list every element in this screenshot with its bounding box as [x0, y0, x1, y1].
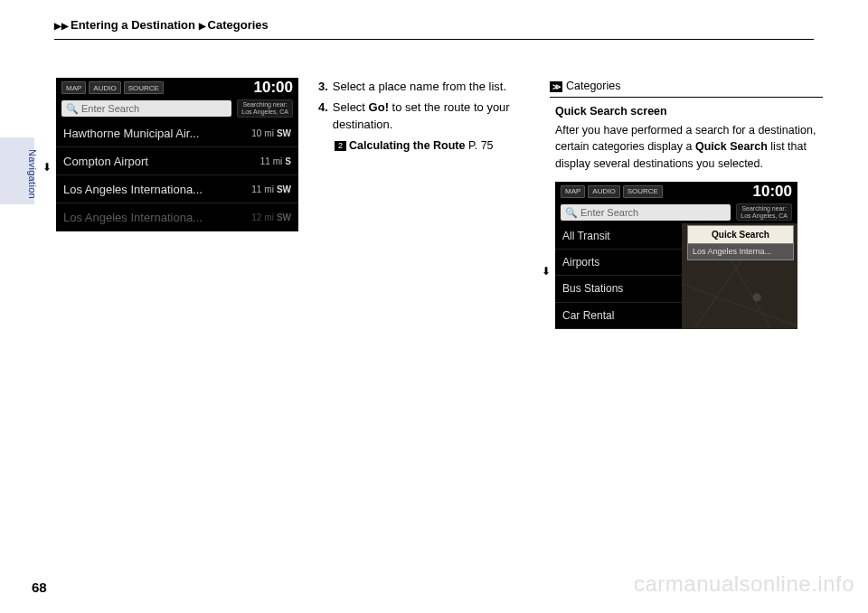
steps-column: 3. Select a place name from the list. 4.… [318, 78, 530, 329]
category-list: All Transit Airports Bus Stations Car Re… [555, 223, 682, 329]
down-arrow-icon: ⬇ [542, 263, 551, 279]
sidebar-text: After you have performed a search for a … [555, 122, 817, 173]
crumb1: Entering a Destination [71, 18, 195, 32]
result-row[interactable]: Compton Airport 11mi S [56, 147, 298, 175]
results-list: Hawthorne Municipal Air... 10mi SW Compt… [56, 119, 298, 231]
quick-search-item[interactable]: Los Angeles Interna... [688, 243, 793, 260]
search-icon: 🔍 [66, 103, 79, 115]
watermark: carmanualsonline.info [634, 571, 854, 597]
result-row[interactable]: Los Angeles Internationa... 11mi SW [56, 175, 298, 203]
search-placeholder: Enter Search [81, 103, 139, 114]
quick-search-popup: Quick Search Los Angeles Interna... [687, 225, 794, 261]
step-4: 4. Select Go! to set the route to your d… [318, 99, 530, 134]
search-input[interactable]: 🔍 Enter Search [561, 204, 731, 221]
step-3: 3. Select a place name from the list. [318, 78, 530, 96]
crumb2: Categories [208, 18, 269, 32]
near-box[interactable]: Searching near: Los Angeles, CA [736, 203, 792, 221]
screenshot-results: ⬇ MAP AUDIO SOURCE 10:00 🔍 Enter Search … [56, 78, 298, 231]
clock: 10:00 [753, 180, 792, 203]
search-placeholder: Enter Search [580, 205, 638, 221]
down-arrow-icon: ⬇ [42, 161, 52, 174]
clock: 10:00 [254, 79, 293, 97]
screenshot-quicksearch: ⬇ MAP AUDIO SOURCE 10:00 🔍 Enter Search … [555, 182, 797, 329]
result-row[interactable]: Los Angeles Internationa... 12mi SW [56, 203, 298, 231]
map-button[interactable]: MAP [561, 185, 585, 198]
side-tab-label: Navigation [27, 149, 38, 199]
cross-ref: 2Calculating the Route P. 75 [335, 137, 530, 155]
near-box[interactable]: Searching near: Los Angeles, CA [237, 99, 293, 117]
sidebar-head-icon: ≫ [550, 81, 562, 92]
tri-icon: ▶▶ [54, 21, 69, 31]
category-row[interactable]: Car Rental [555, 303, 682, 329]
tri-icon-2: ▶ [199, 21, 206, 31]
source-button[interactable]: SOURCE [623, 185, 663, 198]
figure-column: ⬇ MAP AUDIO SOURCE 10:00 🔍 Enter Search … [54, 78, 298, 329]
audio-button[interactable]: AUDIO [89, 81, 120, 94]
sidebar-heading: ≫Categories [550, 78, 823, 98]
category-row[interactable]: Bus Stations [555, 276, 682, 302]
quick-search-head: Quick Search [688, 226, 793, 243]
sidebar-column: ≫Categories Quick Search screen After yo… [550, 78, 823, 329]
category-row[interactable]: All Transit [555, 223, 682, 250]
source-button[interactable]: SOURCE [124, 81, 164, 94]
result-row[interactable]: Hawthorne Municipal Air... 10mi SW [56, 119, 298, 147]
page-number: 68 [32, 580, 47, 595]
category-row[interactable]: Airports [555, 250, 682, 276]
audio-button[interactable]: AUDIO [588, 185, 619, 198]
sidebar-title: Quick Search screen [555, 105, 667, 118]
breadcrumb: ▶▶Entering a Destination ▶Categories [54, 18, 814, 40]
map-button[interactable]: MAP [61, 81, 86, 94]
xref-icon: 2 [335, 141, 346, 151]
search-icon: 🔍 [565, 205, 578, 221]
search-input[interactable]: 🔍 Enter Search [61, 100, 231, 117]
